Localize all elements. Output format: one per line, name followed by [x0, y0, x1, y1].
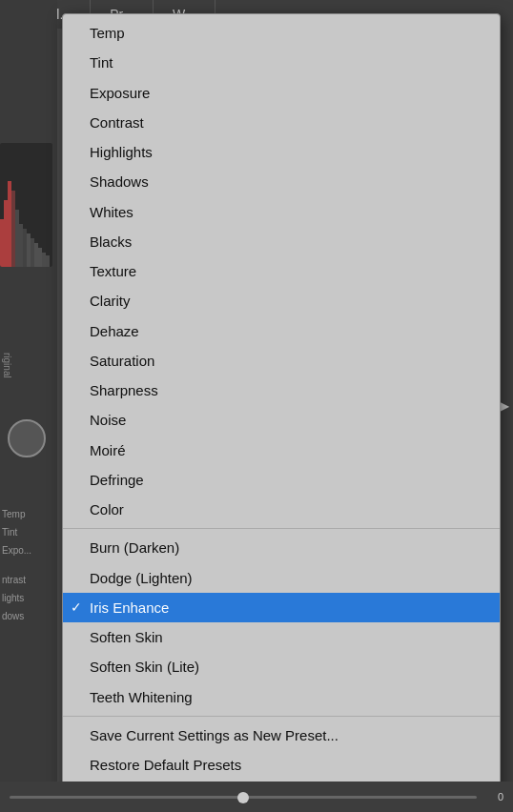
svg-rect-6	[23, 229, 27, 267]
menu-item-label: Temp	[90, 22, 125, 44]
svg-rect-1	[4, 200, 8, 267]
menu-item-label: Dodge (Lighten)	[90, 567, 193, 589]
menu-item-exposure[interactable]: Exposure	[63, 78, 500, 108]
expand-icon[interactable]: ▶	[501, 399, 509, 413]
menu-item-moire[interactable]: Moiré	[63, 436, 500, 465]
menu-item-save-preset[interactable]: Save Current Settings as New Preset...	[63, 721, 500, 750]
menu-item-sharpness[interactable]: Sharpness	[63, 376, 500, 405]
svg-rect-10	[38, 248, 42, 267]
svg-rect-8	[31, 238, 34, 267]
svg-rect-5	[19, 224, 23, 267]
slider-track[interactable]	[10, 796, 477, 799]
menu-section-basic: Temp Tint Exposure Contrast Highlights S…	[63, 14, 500, 528]
svg-rect-2	[8, 181, 11, 267]
left-panel-bg: riginal Temp Tint Expo... ntrast lights …	[0, 0, 57, 812]
bg-label-tint: Tint	[2, 527, 52, 538]
menu-item-label: Exposure	[90, 82, 150, 104]
menu-item-restore-presets[interactable]: Restore Default Presets	[63, 750, 500, 780]
menu-item-temp[interactable]: Temp	[63, 18, 500, 48]
menu-item-label: Soften Skin (Lite)	[90, 656, 199, 678]
histogram-bg	[0, 143, 52, 267]
menu-item-contrast[interactable]: Contrast	[63, 108, 500, 137]
slider-area: 0	[0, 791, 513, 802]
menu-item-label: Restore Default Presets	[90, 754, 241, 776]
menu-item-label: Whites	[90, 201, 133, 223]
svg-rect-4	[15, 210, 19, 267]
menu-item-clarity[interactable]: Clarity	[63, 286, 500, 315]
menu-item-defringe[interactable]: Defringe	[63, 465, 500, 495]
menu-item-label: Noise	[90, 409, 126, 431]
menu-item-dehaze[interactable]: Dehaze	[63, 316, 500, 346]
menu-item-tint[interactable]: Tint	[63, 48, 500, 77]
menu-item-burn[interactable]: Burn (Darken)	[63, 533, 500, 562]
bg-label-expo: Expo...	[2, 545, 52, 556]
slider-value: 0	[484, 791, 503, 802]
menu-item-label: Burn (Darken)	[90, 537, 179, 558]
svg-rect-9	[34, 243, 38, 267]
menu-item-soften-skin-lite[interactable]: Soften Skin (Lite)	[63, 652, 500, 681]
menu-item-label: Saturation	[90, 350, 154, 372]
menu-item-label: Blacks	[90, 231, 132, 253]
menu-item-blacks[interactable]: Blacks	[63, 227, 500, 256]
bg-label-highlights: lights	[2, 593, 52, 603]
menu-item-label: Dehaze	[90, 320, 139, 342]
bottom-bar: 0	[0, 782, 513, 812]
menu-item-label: Contrast	[90, 112, 144, 133]
menu-item-label: Sharpness	[90, 379, 158, 401]
menu-item-teeth-whitening[interactable]: Teeth Whitening	[63, 682, 500, 712]
original-label: riginal	[2, 353, 12, 378]
menu-item-label: Tint	[90, 51, 113, 73]
menu-item-shadows[interactable]: Shadows	[63, 167, 500, 196]
menu-item-color[interactable]: Color	[63, 495, 500, 524]
menu-item-label: Highlights	[90, 141, 153, 163]
menu-item-noise[interactable]: Noise	[63, 405, 500, 435]
menu-item-texture[interactable]: Texture	[63, 256, 500, 286]
svg-rect-3	[11, 191, 15, 267]
menu-item-label: Texture	[90, 260, 136, 282]
menu-item-label: Color	[90, 498, 124, 520]
svg-rect-7	[27, 233, 31, 267]
bg-label-temp: Temp	[2, 509, 52, 519]
menu-item-soften-skin[interactable]: Soften Skin	[63, 622, 500, 652]
menu-item-dodge[interactable]: Dodge (Lighten)	[63, 563, 500, 593]
menu-item-label: Soften Skin	[90, 626, 163, 648]
svg-rect-11	[42, 253, 46, 267]
dropdown-menu: Temp Tint Exposure Contrast Highlights S…	[62, 13, 501, 812]
menu-item-highlights[interactable]: Highlights	[63, 137, 500, 167]
menu-item-label: Save Current Settings as New Preset...	[90, 724, 339, 746]
menu-section-portrait: Burn (Darken) Dodge (Lighten) ✓ Iris Enh…	[63, 528, 500, 716]
bg-label-contrast: ntrast	[2, 575, 52, 585]
menu-item-label: Moiré	[90, 439, 126, 461]
svg-rect-12	[46, 255, 50, 267]
menu-item-iris-enhance[interactable]: ✓ Iris Enhance	[63, 593, 500, 622]
menu-item-label: Shadows	[90, 171, 149, 193]
slider-thumb[interactable]	[237, 792, 249, 803]
svg-rect-0	[0, 219, 4, 267]
menu-item-whites[interactable]: Whites	[63, 197, 500, 227]
checkmark-icon: ✓	[71, 598, 82, 619]
bg-label-shadows: dows	[2, 611, 52, 621]
circle-element	[8, 419, 46, 457]
menu-item-label: Clarity	[90, 290, 131, 312]
menu-item-label: Teeth Whitening	[90, 686, 193, 708]
menu-item-label: Defringe	[90, 469, 144, 491]
menu-item-saturation[interactable]: Saturation	[63, 346, 500, 376]
menu-item-label: Iris Enhance	[90, 597, 169, 619]
